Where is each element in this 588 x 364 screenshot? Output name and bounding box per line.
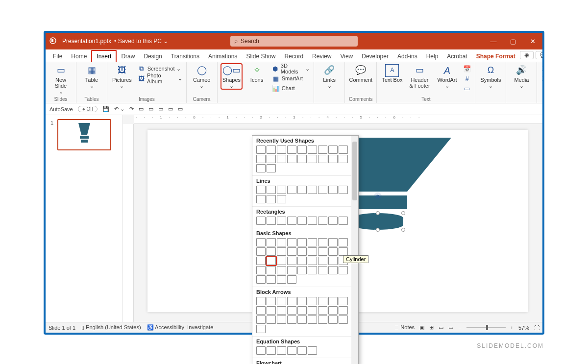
shape-option[interactable] — [339, 297, 348, 305]
close-button[interactable]: ✕ — [523, 33, 542, 49]
shape-option[interactable] — [328, 238, 338, 246]
shape-option[interactable] — [328, 155, 338, 163]
shape-option[interactable] — [297, 238, 307, 246]
tab-developer[interactable]: Developer — [357, 51, 393, 62]
shape-option[interactable] — [267, 238, 276, 246]
shape-option[interactable] — [308, 306, 317, 315]
selection-handle[interactable] — [376, 228, 380, 232]
redo-button[interactable]: ↷ — [129, 106, 134, 112]
shape-option[interactable] — [318, 155, 327, 163]
accessibility-status[interactable]: ♿ Accessibility: Investigate — [147, 324, 214, 331]
tab-acrobat[interactable]: Acrobat — [442, 51, 471, 62]
save-icon[interactable]: 💾 — [102, 106, 109, 112]
shape-option[interactable] — [267, 217, 276, 225]
shape-option[interactable] — [318, 217, 327, 225]
shape-option[interactable] — [339, 146, 348, 154]
shape-option[interactable] — [308, 155, 317, 163]
shape-option[interactable] — [339, 155, 348, 163]
shape-option[interactable] — [297, 297, 307, 305]
tab-animations[interactable]: Animations — [204, 51, 242, 62]
textbox-button[interactable]: AText Box — [381, 64, 403, 83]
shape-option[interactable] — [277, 297, 286, 305]
symbols-button[interactable]: ΩSymbols ⌄ — [479, 64, 502, 89]
tab-review[interactable]: Review — [308, 51, 336, 62]
shape-option[interactable] — [297, 217, 307, 225]
shape-option[interactable] — [297, 346, 307, 355]
zoom-slider[interactable] — [466, 327, 506, 328]
slide-counter[interactable]: Slide 1 of 1 — [49, 325, 75, 331]
header-footer-button[interactable]: ▭Header & Footer — [408, 64, 431, 89]
maximize-button[interactable]: ▢ — [503, 33, 523, 49]
shape-option[interactable] — [256, 164, 266, 172]
shape-option[interactable] — [339, 247, 348, 256]
subscript-button[interactable]: X₂Subscript — [541, 64, 544, 73]
shape-option[interactable] — [287, 257, 296, 265]
shape-option[interactable] — [318, 266, 327, 274]
shape-option[interactable] — [256, 217, 266, 225]
smartart-button[interactable]: ▦SmartArt — [272, 74, 310, 83]
shape-option[interactable] — [308, 297, 317, 305]
tab-insert[interactable]: Insert — [91, 50, 117, 62]
shape-option[interactable] — [328, 266, 338, 274]
photo-album-button[interactable]: 🖼Photo Album ⌄ — [138, 74, 182, 83]
tab-home[interactable]: Home — [67, 51, 91, 62]
3dmodels-button[interactable]: ⬢3D Models ⌄ — [272, 64, 310, 73]
shape-option[interactable] — [318, 306, 327, 315]
search-box[interactable]: ⌕ Search — [230, 36, 358, 47]
qat-btn[interactable]: ▭ — [178, 106, 183, 112]
shape-option[interactable] — [256, 275, 266, 284]
shape-option[interactable] — [277, 315, 286, 324]
shape-option[interactable] — [287, 297, 296, 305]
shape-option[interactable] — [287, 186, 296, 194]
shape-option[interactable] — [267, 346, 276, 355]
shape-option[interactable] — [277, 186, 286, 194]
shape-option[interactable] — [308, 257, 317, 265]
shape-option[interactable] — [318, 238, 327, 246]
shape-option[interactable] — [277, 275, 286, 284]
qat-btn[interactable]: ▭ — [158, 106, 163, 112]
shape-option[interactable] — [339, 315, 348, 324]
shape-option[interactable] — [318, 257, 327, 265]
language-status[interactable]: ▯ English (United States) — [81, 324, 141, 331]
shape-option[interactable] — [267, 297, 276, 305]
selection-handle[interactable] — [401, 228, 405, 232]
qat-btn[interactable]: ▭ — [139, 106, 144, 112]
tab-file[interactable]: File — [49, 51, 67, 62]
shape-option[interactable] — [328, 257, 338, 265]
shape-option[interactable] — [287, 346, 296, 355]
shape-option[interactable] — [256, 315, 266, 324]
shape-option[interactable] — [277, 257, 286, 265]
superscript-button[interactable]: X²Superscript — [541, 74, 544, 83]
shape-option[interactable] — [328, 247, 338, 256]
icons-button[interactable]: ✧Icons — [246, 64, 267, 83]
tab-design[interactable]: Design — [139, 51, 166, 62]
selection-handle[interactable] — [376, 211, 380, 215]
shape-option[interactable] — [277, 217, 286, 225]
shapes-button[interactable]: ◯▭Shapes ⌄ — [221, 64, 242, 89]
shape-option[interactable] — [308, 315, 317, 324]
minimize-button[interactable]: — — [484, 33, 503, 49]
shape-option[interactable] — [267, 315, 276, 324]
slide-number-button[interactable]: # — [463, 74, 471, 83]
shape-option[interactable] — [256, 247, 266, 256]
shape-option[interactable] — [256, 155, 266, 163]
shape-option[interactable] — [287, 315, 296, 324]
tab-record[interactable]: Record — [280, 51, 308, 62]
shape-option[interactable] — [277, 247, 286, 256]
shape-option[interactable] — [277, 346, 286, 355]
shape-option[interactable] — [277, 306, 286, 315]
tab-transitions[interactable]: Transitions — [167, 51, 204, 62]
shape-option[interactable] — [339, 306, 348, 315]
notes-button[interactable]: ≣ Notes — [394, 324, 415, 331]
undo-button[interactable]: ↶ ⌄ — [114, 106, 124, 112]
qat-btn[interactable]: ▭ — [148, 106, 153, 112]
shape-option[interactable] — [297, 155, 307, 163]
slide-thumbnail[interactable] — [57, 119, 111, 150]
view-reading-button[interactable]: ▭ — [439, 324, 443, 331]
rotation-handle[interactable]: ⟳ — [374, 193, 382, 200]
shape-option[interactable] — [267, 146, 276, 154]
shape-option[interactable] — [328, 306, 338, 315]
new-slide-button[interactable]: ▭New Slide ⌄ — [49, 64, 72, 95]
view-sorter-button[interactable]: ⊞ — [429, 324, 434, 331]
shape-option[interactable] — [287, 247, 296, 256]
